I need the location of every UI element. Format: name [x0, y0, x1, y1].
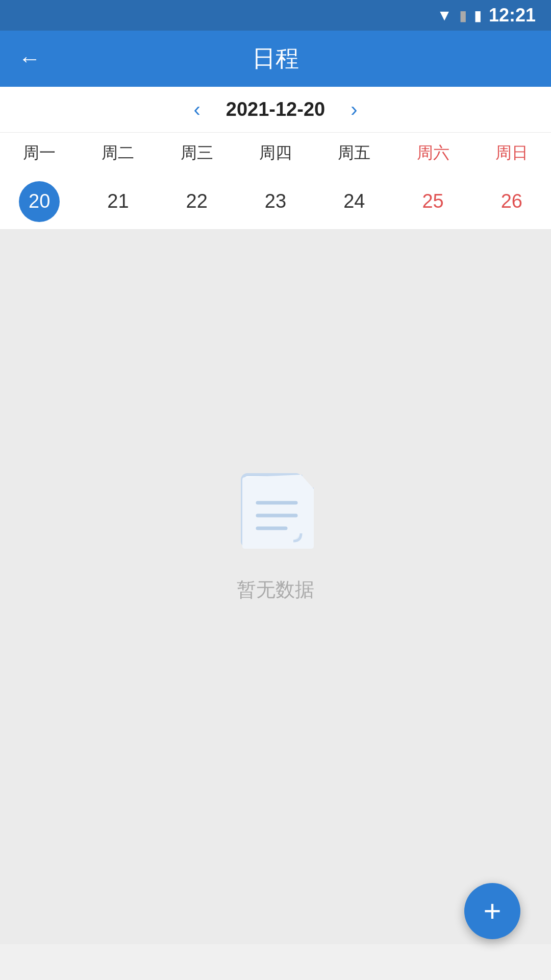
content-area: 暂无数据 [0, 230, 551, 944]
week-day-label: 周二 [79, 142, 157, 164]
date-cell[interactable]: 26 [472, 174, 551, 229]
week-day-label: 周五 [315, 142, 393, 164]
status-bar: ▼ ▮ ▮ 12:21 [0, 0, 551, 31]
empty-text: 暂无数据 [237, 577, 314, 603]
week-day-label: 周日 [472, 142, 551, 164]
add-icon: + [483, 896, 501, 926]
date-row: 20212223242526 [0, 174, 551, 230]
app-bar: ← 日程 [0, 31, 551, 87]
empty-state: 暂无数据 [235, 470, 316, 603]
prev-date-button[interactable]: ‹ [188, 93, 205, 126]
current-date-label: 2021-12-20 [226, 99, 325, 120]
status-icons: ▼ ▮ ▮ 12:21 [437, 5, 536, 26]
wifi-icon: ▼ [437, 7, 452, 24]
empty-document-icon [235, 470, 316, 561]
date-cell[interactable]: 24 [315, 174, 393, 229]
signal-icon: ▮ [459, 7, 467, 24]
week-header: 周一周二周三周四周五周六周日 [0, 133, 551, 174]
date-cell[interactable]: 25 [393, 174, 472, 229]
next-date-button[interactable]: › [345, 93, 362, 126]
app-bar-title: 日程 [252, 43, 299, 75]
date-cell[interactable]: 23 [236, 174, 315, 229]
battery-icon: ▮ [474, 7, 482, 24]
add-schedule-button[interactable]: + [464, 883, 520, 939]
back-button[interactable]: ← [18, 46, 41, 71]
week-day-label: 周六 [393, 142, 472, 164]
date-navigation: ‹ 2021-12-20 › [0, 87, 551, 133]
status-time: 12:21 [489, 5, 536, 26]
week-day-label: 周一 [0, 142, 79, 164]
week-day-label: 周三 [158, 142, 236, 164]
week-day-label: 周四 [236, 142, 315, 164]
back-arrow-icon: ← [18, 46, 41, 71]
date-cell[interactable]: 21 [79, 174, 157, 229]
date-cell[interactable]: 22 [158, 174, 236, 229]
date-cell[interactable]: 20 [0, 174, 79, 229]
